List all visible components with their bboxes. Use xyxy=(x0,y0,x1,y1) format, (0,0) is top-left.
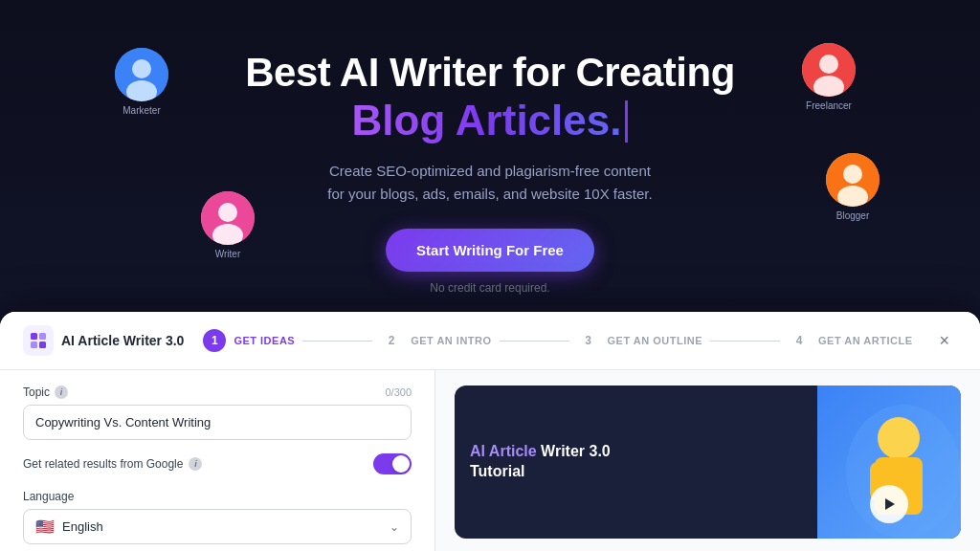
wizard-logo-icon xyxy=(23,325,54,356)
step-label-3: GET AN OUTLINE xyxy=(608,335,702,346)
avatar-label-writer: Writer xyxy=(215,249,240,259)
language-select[interactable]: 🇺🇸 English ⌄ xyxy=(23,509,412,544)
wizard-logo: AI Article Writer 3.0 xyxy=(23,325,184,356)
wizard-card: AI Article Writer 3.0 1 GET IDEAS 2 GET … xyxy=(0,312,980,551)
google-results-row: Get related results from Google i xyxy=(23,450,412,478)
avatar-image-marketer xyxy=(115,48,168,101)
avatar-label-blogger: Blogger xyxy=(836,210,869,221)
avatar-image-blogger xyxy=(826,153,880,207)
wizard-step-2[interactable]: 2 GET AN INTRO xyxy=(380,329,491,352)
wizard-step-4[interactable]: 4 GET AN ARTICLE xyxy=(788,329,912,352)
wizard-step-1[interactable]: 1 GET IDEAS xyxy=(203,329,295,352)
hero-section: Marketer Writer Freelancer xyxy=(0,0,980,325)
avatar-writer: Writer xyxy=(201,191,255,259)
no-credit-text: No credit card required. xyxy=(430,281,549,295)
hero-title-line2: Blog Articles. xyxy=(352,96,622,146)
avatar-image-writer xyxy=(201,191,255,245)
step-divider-3 xyxy=(710,341,780,342)
svg-point-17 xyxy=(878,417,920,459)
svg-rect-14 xyxy=(31,342,37,348)
close-button[interactable]: × xyxy=(931,327,957,355)
step-label-1: GET IDEAS xyxy=(234,335,295,346)
step-label-4: GET AN ARTICLE xyxy=(818,335,912,346)
tutorial-image-area xyxy=(817,386,961,539)
svg-point-1 xyxy=(132,59,151,78)
svg-rect-13 xyxy=(39,333,46,340)
google-info-icon: i xyxy=(189,457,202,471)
wizard-step-3[interactable]: 3 GET AN OUTLINE xyxy=(577,329,702,352)
wizard-left-panel: Topic i 0/300 Get related results from G… xyxy=(0,370,435,551)
wizard-logo-label: AI Article Writer 3.0 xyxy=(61,333,184,348)
topic-char-count: 0/300 xyxy=(385,386,412,398)
avatar-blogger: Blogger xyxy=(826,153,880,221)
step-label-2: GET AN INTRO xyxy=(411,335,491,346)
wizard-right-panel: AI Article Writer 3.0 Tutorial xyxy=(435,370,980,551)
tutorial-title: AI Article Writer 3.0 Tutorial xyxy=(470,442,802,482)
cta-button[interactable]: Start Writing For Free xyxy=(386,229,594,272)
step-number-1: 1 xyxy=(203,329,226,352)
google-toggle[interactable] xyxy=(373,453,412,474)
step-divider-2 xyxy=(500,341,569,342)
step-number-2: 2 xyxy=(380,329,403,352)
avatar-freelancer: Freelancer xyxy=(802,43,856,111)
language-value: English xyxy=(62,519,103,534)
step-divider-1 xyxy=(302,341,372,342)
avatar-image-freelancer xyxy=(802,43,856,97)
language-flag: 🇺🇸 xyxy=(35,518,55,536)
svg-point-10 xyxy=(843,165,862,184)
avatar-label-freelancer: Freelancer xyxy=(806,100,852,111)
svg-point-4 xyxy=(218,203,237,222)
hero-subtitle: Create SEO-optimized and plagiarism-free… xyxy=(327,160,652,206)
topic-info-icon: i xyxy=(55,386,68,399)
wizard-body: Topic i 0/300 Get related results from G… xyxy=(0,370,980,551)
hero-title-line1: Best AI Writer for Creating xyxy=(245,50,735,96)
google-results-label: Get related results from Google i xyxy=(23,457,202,471)
avatar-marketer: Marketer xyxy=(115,48,168,116)
chevron-down-icon: ⌄ xyxy=(390,520,399,534)
svg-rect-12 xyxy=(31,333,37,340)
tutorial-card-content: AI Article Writer 3.0 Tutorial xyxy=(455,427,817,497)
topic-field-label: Topic i 0/300 xyxy=(23,386,412,399)
language-select-left: 🇺🇸 English xyxy=(35,518,103,536)
svg-rect-15 xyxy=(39,342,46,348)
wizard-steps: 1 GET IDEAS 2 GET AN INTRO 3 GET AN OUTL… xyxy=(203,329,912,352)
language-label: Language xyxy=(23,490,412,503)
toggle-knob xyxy=(392,455,410,473)
cursor-blink xyxy=(625,100,628,143)
tutorial-card: AI Article Writer 3.0 Tutorial xyxy=(455,386,961,539)
avatar-label-marketer: Marketer xyxy=(122,105,160,116)
svg-point-7 xyxy=(819,55,838,74)
topic-input[interactable] xyxy=(23,405,412,440)
svg-marker-21 xyxy=(885,498,895,510)
step-number-4: 4 xyxy=(788,329,811,352)
wizard-header: AI Article Writer 3.0 1 GET IDEAS 2 GET … xyxy=(0,312,980,370)
step-number-3: 3 xyxy=(577,329,600,352)
play-button[interactable] xyxy=(870,485,908,523)
